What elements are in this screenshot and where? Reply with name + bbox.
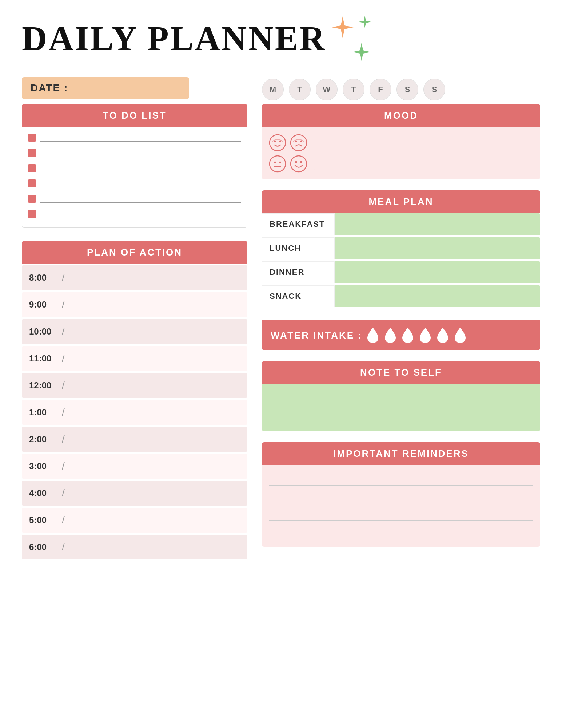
meal-lunch-row: LUNCH	[262, 237, 540, 259]
plan-time-500: 5:00	[29, 515, 58, 525]
reminder-line-1[interactable]	[269, 471, 533, 486]
day-sunday[interactable]: S	[423, 79, 445, 100]
plan-time-900: 9:00	[29, 300, 58, 310]
todo-checkbox-1[interactable]	[28, 134, 36, 142]
todo-line-6[interactable]	[40, 208, 241, 218]
plan-section: PLAN OF ACTION 8:00 / 9:00 / 10:00 / 11:…	[22, 241, 247, 562]
meal-dinner-input[interactable]	[335, 261, 540, 283]
svg-point-4	[295, 141, 297, 142]
svg-point-12	[300, 161, 302, 163]
main-layout: TO DO LIST	[22, 104, 540, 562]
reminders-header: IMPORTANT REMINDERS	[262, 442, 540, 465]
plan-time-600: 6:00	[29, 542, 58, 552]
todo-checkbox-6[interactable]	[28, 210, 36, 218]
water-section: WATER INTAKE :	[262, 320, 540, 350]
todo-checkbox-4[interactable]	[28, 179, 36, 187]
right-column: MOOD	[262, 104, 540, 562]
meal-snack-input[interactable]	[335, 285, 540, 307]
note-section: NOTE TO SELF	[262, 361, 540, 431]
water-drop-1[interactable]	[366, 327, 380, 344]
todo-line-4[interactable]	[40, 177, 241, 187]
plan-slash-800: /	[62, 272, 65, 284]
meal-lunch-input[interactable]	[335, 237, 540, 259]
sparkle-green-lg-icon	[351, 41, 372, 63]
mood-body	[262, 127, 540, 179]
svg-point-2	[279, 141, 281, 142]
note-body[interactable]	[262, 384, 540, 431]
plan-slash-400: /	[62, 487, 65, 499]
svg-point-0	[270, 135, 286, 151]
todo-section: TO DO LIST	[22, 104, 247, 228]
worried-emoji[interactable]	[290, 134, 308, 152]
meal-section: MEAL PLAN BREAKFAST LUNCH DINNER SNACK	[262, 190, 540, 309]
meal-snack-label: SNACK	[262, 285, 335, 307]
svg-point-5	[300, 141, 302, 142]
neutral-emoji[interactable]	[268, 155, 287, 173]
water-drop-3[interactable]	[401, 327, 415, 344]
day-friday[interactable]: F	[370, 79, 391, 100]
plan-slash-200: /	[62, 434, 65, 445]
plan-slash-300: /	[62, 460, 65, 472]
todo-item-5	[28, 193, 241, 203]
plan-slash-900: /	[62, 299, 65, 310]
todo-line-5[interactable]	[40, 193, 241, 203]
todo-item-6	[28, 208, 241, 218]
plan-time-300: 3:00	[29, 461, 58, 471]
plan-item-600: 6:00 /	[22, 535, 247, 559]
todo-line-1[interactable]	[40, 131, 241, 142]
todo-list	[22, 127, 247, 228]
days-section: M T W T F S S	[262, 77, 540, 100]
day-tuesday[interactable]: T	[289, 79, 311, 100]
reminder-line-3[interactable]	[269, 506, 533, 521]
plan-time-200: 2:00	[29, 434, 58, 444]
page-title: DAILY PLANNER	[22, 21, 326, 56]
plan-time-400: 4:00	[29, 488, 58, 498]
meal-breakfast-input[interactable]	[335, 213, 540, 235]
happy-emoji[interactable]	[268, 134, 287, 152]
plan-list: 8:00 / 9:00 / 10:00 / 11:00 / 12:00 /	[22, 265, 247, 559]
todo-checkbox-2[interactable]	[28, 149, 36, 157]
meal-list: BREAKFAST LUNCH DINNER SNACK	[262, 213, 540, 309]
plan-slash-1200: /	[62, 380, 65, 391]
day-wednesday[interactable]: W	[316, 79, 338, 100]
reminders-section: IMPORTANT REMINDERS	[262, 442, 540, 547]
day-thursday[interactable]: T	[343, 79, 364, 100]
svg-point-3	[291, 135, 307, 151]
todo-header: TO DO LIST	[22, 104, 247, 127]
date-input[interactable]: DATE :	[22, 77, 189, 99]
reminder-line-4[interactable]	[269, 523, 533, 538]
day-saturday[interactable]: S	[396, 79, 418, 100]
todo-item-2	[28, 147, 241, 157]
mood-write-area[interactable]	[314, 137, 534, 170]
mood-header: MOOD	[262, 104, 540, 127]
plan-time-1100: 11:00	[29, 353, 58, 364]
plan-item-100: 1:00 /	[22, 400, 247, 425]
meal-header: MEAL PLAN	[262, 190, 540, 213]
water-drop-4[interactable]	[418, 327, 432, 344]
svg-point-11	[295, 161, 297, 163]
water-drop-5[interactable]	[436, 327, 450, 344]
sparkle-orange-icon	[330, 15, 355, 40]
mood-section: MOOD	[262, 104, 540, 179]
sparkles-container	[330, 15, 372, 63]
note-header: NOTE TO SELF	[262, 361, 540, 384]
todo-checkbox-3[interactable]	[28, 164, 36, 172]
left-column: TO DO LIST	[22, 104, 247, 562]
water-drop-6[interactable]	[453, 327, 467, 344]
todo-line-2[interactable]	[40, 147, 241, 157]
bigsmile-emoji[interactable]	[290, 155, 308, 173]
plan-slash-600: /	[62, 541, 65, 553]
plan-time-100: 1:00	[29, 407, 58, 418]
todo-checkbox-5[interactable]	[28, 195, 36, 203]
plan-item-800: 8:00 /	[22, 265, 247, 290]
reminder-line-2[interactable]	[269, 488, 533, 503]
date-section: DATE :	[22, 77, 247, 99]
plan-time-1000: 10:00	[29, 327, 58, 337]
todo-line-3[interactable]	[40, 162, 241, 172]
day-monday[interactable]: M	[262, 79, 284, 100]
svg-point-7	[274, 162, 276, 163]
water-drop-2[interactable]	[383, 327, 397, 344]
plan-item-1000: 10:00 /	[22, 319, 247, 344]
plan-slash-100: /	[62, 407, 65, 418]
meal-lunch-label: LUNCH	[262, 237, 335, 259]
